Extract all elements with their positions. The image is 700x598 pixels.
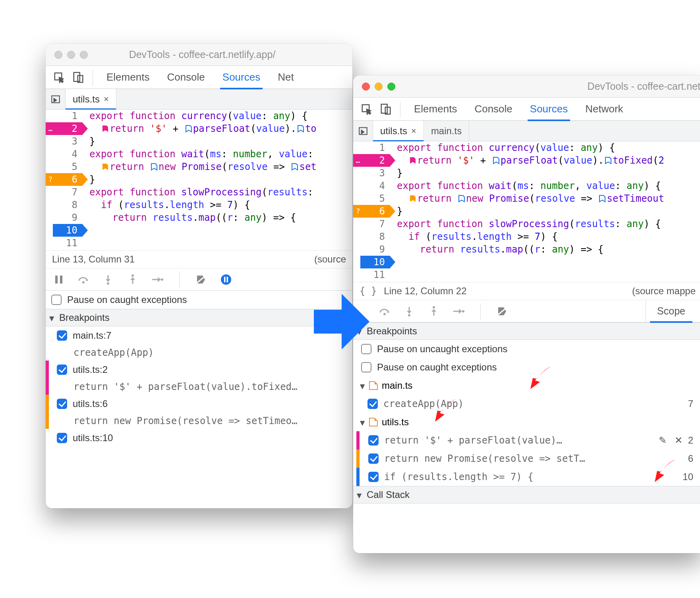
inspect-icon[interactable] — [51, 69, 67, 85]
step-over-icon[interactable] — [377, 304, 392, 319]
line-number[interactable]: 2… — [360, 154, 390, 167]
code-line[interactable]: return results.map((r: any) => { — [397, 243, 700, 256]
navigator-icon[interactable] — [46, 89, 66, 109]
code-line[interactable]: export function wait(ms: number, value: … — [397, 179, 700, 192]
breakpoint-row[interactable]: if (results.length >= 7) {10 — [353, 468, 700, 486]
bp-group-header[interactable]: utils.ts — [353, 413, 700, 431]
tab-network[interactable]: Network — [576, 98, 632, 121]
step-icon[interactable] — [451, 304, 466, 319]
checkbox-unchecked[interactable] — [51, 295, 62, 305]
tab-console[interactable]: Console — [158, 66, 213, 89]
step-over-icon[interactable] — [76, 272, 91, 287]
close-icon[interactable]: × — [411, 126, 416, 136]
checkbox-checked[interactable] — [57, 399, 67, 409]
checkbox-checked[interactable] — [57, 433, 67, 443]
deactivate-breakpoints-icon[interactable] — [495, 304, 510, 319]
titlebar[interactable]: DevTools - coffee-cart.netlify.app/ — [46, 44, 352, 66]
breakpoint-row[interactable]: utils.ts:6 — [46, 395, 352, 413]
bp-group-header[interactable]: main.ts — [353, 376, 700, 395]
code-line[interactable]: return new Promise(resolve => setTimeout — [397, 192, 700, 205]
device-icon[interactable] — [70, 69, 86, 85]
tab-elements[interactable]: Elements — [405, 98, 466, 121]
traffic-lights[interactable] — [46, 51, 88, 59]
code-line[interactable]: } — [397, 205, 700, 218]
traffic-zoom-icon[interactable] — [387, 83, 395, 91]
line-number[interactable]: 8 — [53, 199, 82, 211]
code-line[interactable]: if (results.length >= 7) { — [397, 230, 700, 243]
code-line[interactable]: export function slowProcessing(results: … — [397, 218, 700, 230]
breakpoint-row[interactable]: return '$' + parseFloat(value)…✎✕2 — [353, 431, 700, 449]
line-number[interactable]: 2… — [53, 122, 82, 135]
step-out-icon[interactable] — [426, 304, 441, 319]
code-line[interactable]: } — [89, 135, 352, 148]
line-number[interactable]: 5 — [53, 160, 82, 173]
line-number[interactable]: 6? — [360, 205, 390, 218]
step-icon[interactable] — [150, 272, 165, 287]
callstack-header[interactable]: Call Stack — [353, 486, 700, 503]
pause-uncaught-row[interactable]: Pause on uncaught exceptions — [353, 340, 700, 358]
traffic-close-icon[interactable] — [362, 83, 370, 91]
checkbox-checked[interactable] — [367, 399, 378, 409]
checkbox-checked[interactable] — [368, 435, 379, 446]
traffic-minimize-icon[interactable] — [67, 51, 75, 59]
checkbox-checked[interactable] — [368, 453, 379, 464]
line-number[interactable]: 9 — [53, 211, 82, 224]
line-number[interactable]: 7 — [53, 186, 82, 199]
breakpoint-row[interactable]: createApp(App)7 — [353, 395, 700, 413]
tab-sources[interactable]: Sources — [214, 66, 269, 89]
delete-icon[interactable]: ✕ — [675, 435, 683, 446]
pause-exceptions-icon[interactable] — [219, 272, 234, 287]
breakpoint-row[interactable]: return new Promise(resolve => setT…6 — [353, 449, 700, 468]
edit-icon[interactable]: ✎ — [659, 435, 667, 446]
checkbox-checked[interactable] — [57, 365, 67, 375]
checkbox-unchecked[interactable] — [361, 362, 371, 372]
pause-caught-row[interactable]: Pause on caught exceptions — [353, 358, 700, 376]
traffic-zoom-icon[interactable] — [80, 51, 88, 59]
pause-caught-row[interactable]: Pause on caught exceptions — [46, 291, 352, 309]
line-number[interactable]: 8 — [360, 230, 390, 243]
code-line[interactable]: return '$' + parseFloat(value).toFixed(2 — [397, 154, 700, 167]
checkbox-checked[interactable] — [57, 330, 67, 341]
line-number[interactable]: 11 — [53, 237, 82, 249]
tab-net[interactable]: Net — [269, 66, 302, 89]
code-line[interactable]: return new Promise(resolve => set — [89, 160, 352, 173]
navigator-icon[interactable] — [353, 121, 373, 141]
line-number[interactable]: 3 — [53, 135, 82, 148]
code-line[interactable]: if (results.length >= 7) { — [89, 199, 352, 211]
step-into-icon[interactable] — [402, 304, 417, 319]
code-editor[interactable]: 12…3456?7891011 export function currency… — [46, 110, 352, 250]
step-out-icon[interactable] — [125, 272, 140, 287]
tab-console[interactable]: Console — [466, 98, 521, 121]
code-line[interactable]: } — [89, 173, 352, 186]
line-number[interactable]: 5 — [360, 192, 390, 205]
line-number[interactable]: 4 — [53, 148, 82, 160]
file-tab[interactable]: utils.ts× — [373, 121, 424, 141]
breakpoints-header[interactable]: Breakpoints — [353, 322, 700, 340]
line-number[interactable]: 6? — [53, 173, 82, 186]
code-line[interactable]: return '$' + parseFloat(value).to — [89, 122, 352, 135]
line-number[interactable]: 11 — [360, 268, 390, 281]
breakpoint-row[interactable]: utils.ts:2 — [46, 361, 352, 379]
tab-elements[interactable]: Elements — [98, 66, 158, 89]
checkbox-checked[interactable] — [368, 472, 379, 482]
traffic-minimize-icon[interactable] — [375, 83, 383, 91]
line-number[interactable]: 1 — [360, 141, 390, 154]
step-into-icon[interactable] — [101, 272, 116, 287]
titlebar[interactable]: DevTools - coffee-cart.net — [353, 75, 700, 98]
inspect-icon[interactable] — [359, 101, 375, 117]
traffic-lights[interactable] — [353, 83, 395, 91]
line-number[interactable]: 4 — [360, 179, 390, 192]
tab-sources[interactable]: Sources — [521, 98, 576, 121]
code-editor[interactable]: 12…3456?7891011 export function currency… — [353, 141, 700, 282]
breakpoint-row[interactable]: utils.ts:10 — [46, 429, 352, 447]
code-line[interactable]: export function slowProcessing(results: — [89, 186, 352, 199]
code-line[interactable]: return results.map((r: any) => { — [89, 211, 352, 224]
line-number[interactable]: 1 — [53, 110, 82, 122]
breakpoint-row[interactable]: main.ts:7 — [46, 326, 352, 345]
pause-icon[interactable] — [51, 272, 66, 287]
deactivate-breakpoints-icon[interactable] — [194, 272, 209, 287]
device-icon[interactable] — [378, 101, 394, 117]
line-number[interactable]: 3 — [360, 167, 390, 179]
line-number[interactable]: 7 — [360, 218, 390, 230]
code-line[interactable]: export function currency(value: any) { — [397, 141, 700, 154]
